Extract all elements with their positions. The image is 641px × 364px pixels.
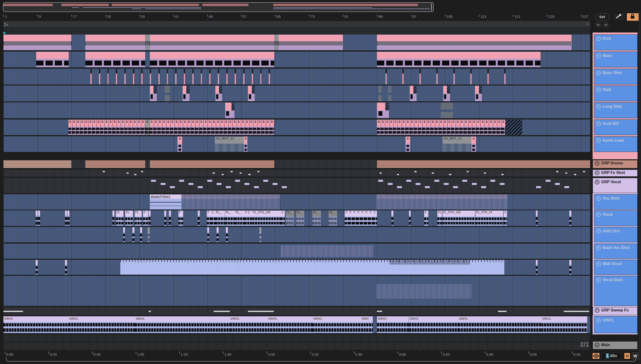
track-lane-voc-shot[interactable]: 4bebcf76841: [4, 194, 590, 210]
clip[interactable]: [414, 171, 417, 172]
clip[interactable]: [481, 186, 486, 188]
clip[interactable]: [85, 160, 145, 168]
clip[interactable]: [390, 260, 470, 265]
clip[interactable]: [225, 102, 234, 118]
clip[interactable]: [213, 172, 215, 174]
clip[interactable]: [150, 160, 274, 168]
clip[interactable]: [217, 183, 222, 185]
clip[interactable]: [4, 160, 71, 168]
fold-icon[interactable]: ▼: [596, 318, 601, 323]
clip[interactable]: [198, 210, 200, 226]
track-header-midi-vocal[interactable]: ▼Midi Vocal: [594, 260, 637, 275]
clip[interactable]: [263, 180, 268, 182]
track-header-long-stab[interactable]: ▼Long Stab: [594, 102, 637, 118]
fold-icon[interactable]: ▼: [596, 104, 601, 109]
clip[interactable]: [175, 69, 177, 84]
fold-icon[interactable]: ▼: [596, 229, 601, 234]
track-lane-bass-shot[interactable]: [4, 69, 590, 84]
clip[interactable]: [377, 284, 471, 298]
clip[interactable]: FL: [125, 210, 133, 226]
clip[interactable]: [410, 86, 417, 101]
scrollbar[interactable]: [638, 13, 640, 360]
clip[interactable]: [192, 69, 194, 84]
track-header-vinyl[interactable]: ▼VINYL: [594, 316, 637, 333]
clip[interactable]: F: [353, 210, 357, 226]
track-lane-synth-lead[interactable]: AAU_BHT_13AAAU_BHT_13A: [4, 136, 590, 152]
clip[interactable]: [406, 180, 411, 182]
clip[interactable]: [252, 69, 253, 84]
fold-icon[interactable]: ▼: [596, 122, 601, 126]
track-lane-vocal-shot[interactable]: [4, 276, 590, 306]
clip[interactable]: [164, 210, 166, 226]
clip[interactable]: F: [369, 210, 373, 226]
clip[interactable]: A: [406, 136, 410, 152]
lock-envelopes-button[interactable]: [626, 13, 639, 21]
clip[interactable]: [133, 227, 135, 242]
clip[interactable]: FL_: [296, 210, 305, 226]
clip[interactable]: [278, 35, 343, 50]
track-header-grp-sweep-fx[interactable]: ≡GRP Sweep Fx: [592, 307, 637, 315]
clip[interactable]: [170, 186, 175, 188]
clip[interactable]: [248, 311, 274, 312]
clip[interactable]: [409, 210, 411, 226]
empty-lane-strip[interactable]: [4, 342, 590, 350]
clip[interactable]: [470, 69, 472, 84]
draw-mode-button[interactable]: [613, 13, 626, 21]
clip[interactable]: [218, 69, 219, 84]
clip[interactable]: FL: [437, 210, 442, 226]
fold-icon[interactable]: ▼: [596, 88, 601, 92]
clip[interactable]: VINYL: [267, 316, 312, 333]
clip[interactable]: [148, 227, 150, 242]
clip[interactable]: FL_STH_145: [252, 210, 281, 226]
clip[interactable]: [416, 183, 420, 185]
clip[interactable]: [487, 69, 489, 84]
track-header-bass[interactable]: ▼Bass: [594, 52, 637, 68]
clip[interactable]: [151, 180, 156, 182]
fold-icon[interactable]: ▼: [596, 246, 601, 250]
clip[interactable]: [377, 102, 389, 118]
clip[interactable]: [103, 171, 105, 172]
clip[interactable]: [38, 210, 40, 226]
clip[interactable]: [377, 194, 507, 209]
clip[interactable]: FL_STH_145: [442, 210, 475, 226]
clip[interactable]: FL_: [329, 210, 337, 226]
clip-group[interactable]: EEEEEEEEEEEEEEEEEEEEEEEEEEEEEEE: [377, 120, 505, 135]
clip[interactable]: 2: [247, 210, 252, 226]
fold-icon[interactable]: ▼: [596, 278, 601, 282]
clip[interactable]: [377, 311, 382, 312]
clip[interactable]: FL_: [235, 210, 244, 226]
clip[interactable]: [134, 174, 136, 175]
track-lane-add-lib-s[interactable]: [4, 227, 590, 242]
clip[interactable]: 2: [211, 210, 215, 226]
clip[interactable]: [546, 180, 550, 182]
clip[interactable]: VINYL: [377, 316, 409, 333]
clip[interactable]: [179, 180, 184, 182]
clip[interactable]: [235, 69, 236, 84]
clip[interactable]: [490, 180, 495, 182]
clip[interactable]: [99, 69, 100, 84]
clip[interactable]: [65, 210, 67, 226]
track-header-stab[interactable]: ▼Stab: [594, 86, 637, 102]
clip[interactable]: [167, 69, 168, 84]
clip[interactable]: [150, 86, 157, 101]
clip[interactable]: FL: [135, 210, 142, 226]
clip[interactable]: A: [178, 136, 182, 152]
clip[interactable]: [165, 86, 170, 101]
clip[interactable]: [123, 227, 125, 242]
clip[interactable]: VINYL: [541, 316, 587, 333]
clip[interactable]: [150, 52, 274, 67]
clip[interactable]: [184, 69, 185, 84]
track-lane-stab[interactable]: [4, 86, 590, 102]
fold-icon[interactable]: ▼: [596, 70, 601, 75]
clip[interactable]: [150, 69, 151, 84]
clip[interactable]: [231, 171, 233, 172]
clip[interactable]: [127, 172, 129, 174]
clip[interactable]: [281, 245, 374, 257]
group-icon[interactable]: ≡: [595, 161, 599, 166]
clip[interactable]: [377, 52, 540, 67]
clip[interactable]: [201, 69, 202, 84]
set-button[interactable]: Set: [594, 13, 610, 21]
clip[interactable]: [472, 183, 477, 185]
clip[interactable]: 2: [373, 210, 377, 226]
clip[interactable]: [243, 69, 244, 84]
